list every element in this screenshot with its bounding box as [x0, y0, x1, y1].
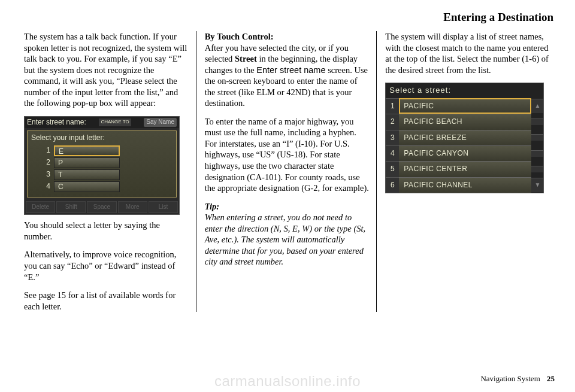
- street-idx: 2: [386, 114, 399, 129]
- touch-control-heading: By Touch Control:: [205, 32, 274, 41]
- popup-cell: C: [54, 181, 120, 192]
- col2-p1d: Enter street name: [256, 65, 325, 75]
- scroll-spacer: [531, 134, 543, 141]
- popup-cell: E: [54, 145, 120, 156]
- street-name: PACIFIC CANYON: [399, 145, 531, 161]
- street-idx: 6: [386, 177, 399, 193]
- say-name-button: Say Name: [144, 118, 177, 127]
- content-columns: The system has a talk back function. If …: [24, 31, 557, 312]
- col2-para2: To enter the name of a major highway, yo…: [205, 116, 370, 194]
- col1-para3: Alternatively, to improve voice recognit…: [24, 249, 189, 282]
- street-row-4: 4 PACIFIC CANYON: [386, 145, 543, 161]
- popup-row-2: 2 P: [42, 157, 172, 168]
- col1-para1: The system has a talk back function. If …: [24, 31, 189, 109]
- popup-row-1: 1 E: [42, 145, 172, 156]
- space-button: Space: [87, 201, 116, 214]
- list-button: List: [149, 201, 178, 214]
- popup-num: 1: [42, 146, 50, 155]
- nav-popup-header: Enter street name: CHANGE TO Say Name: [25, 117, 179, 128]
- scroll-spacer: [531, 166, 543, 172]
- footer-page: 25: [547, 374, 555, 383]
- delete-button: Delete: [26, 201, 55, 214]
- col2-p1b: Street: [235, 54, 257, 63]
- street-row-3: 3 PACIFIC BREEZE: [386, 130, 543, 145]
- page-title: Entering a Destination: [24, 11, 557, 24]
- popup-num: 3: [42, 170, 50, 179]
- street-idx: 1: [386, 98, 399, 114]
- tip-body: When entering a street, you do not need …: [205, 212, 365, 266]
- street-row-5: 5 PACIFIC CENTER: [386, 161, 543, 177]
- street-name: PACIFIC CHANNEL: [399, 177, 531, 193]
- tip-heading: Tip:: [205, 202, 219, 211]
- scroll-spacer: [531, 118, 543, 125]
- nav-popup-title: Enter street name:: [27, 118, 86, 127]
- col3-para1: The system will display a list of street…: [385, 31, 550, 75]
- street-idx: 4: [386, 145, 399, 161]
- col2-tip: Tip: When entering a street, you do not …: [205, 201, 370, 268]
- popup-num: 4: [42, 182, 50, 191]
- street-idx: 5: [386, 161, 399, 177]
- change-to-label: CHANGE TO: [99, 118, 131, 126]
- scroll-up-icon: ▲: [531, 99, 543, 113]
- street-idx: 3: [386, 130, 399, 145]
- street-name: PACIFIC: [399, 98, 531, 114]
- nav-popup-screenshot: Enter street name: CHANGE TO Say Name Se…: [24, 116, 180, 215]
- footer-label: Navigation System: [480, 374, 540, 383]
- col1-para2: You should select a letter by saying the…: [24, 220, 189, 242]
- column-3: The system will display a list of street…: [376, 31, 557, 312]
- manual-page: Entering a Destination The system has a …: [0, 0, 575, 392]
- popup-title: Select your input letter:: [31, 133, 172, 142]
- popup-row-3: 3 T: [42, 169, 172, 180]
- column-2: By Touch Control: After you have selecte…: [196, 31, 377, 312]
- column-1: The system has a talk back function. If …: [24, 31, 196, 312]
- street-row-2: 2 PACIFIC BEACH: [386, 114, 543, 129]
- street-name: PACIFIC BEACH: [399, 114, 531, 129]
- scroll-spacer: [531, 150, 543, 157]
- popup-cell: T: [54, 169, 120, 180]
- shift-button: Shift: [56, 201, 86, 214]
- col2-para1: By Touch Control: After you have selecte…: [205, 31, 370, 109]
- popup-row-4: 4 C: [42, 181, 172, 192]
- street-list-screenshot: Select a street: 1 PACIFIC ▲ 2 PACIFIC B…: [385, 83, 544, 193]
- street-row-6: 6 PACIFIC CHANNEL ▼: [386, 177, 543, 193]
- more-button: More: [118, 201, 147, 214]
- nav-popup-footer: Delete Shift Space More List: [25, 200, 179, 215]
- letter-popup: Select your input letter: 1 E 2 P 3 T 4: [27, 130, 177, 197]
- street-row-1: 1 PACIFIC ▲: [386, 98, 543, 114]
- street-name: PACIFIC CENTER: [399, 161, 531, 177]
- street-name: PACIFIC BREEZE: [399, 130, 531, 145]
- col1-para4: See page 15 for a list of available word…: [24, 290, 189, 312]
- scroll-down-icon: ▼: [531, 178, 543, 192]
- popup-num: 2: [42, 158, 50, 167]
- page-footer: Navigation System 25: [480, 374, 555, 384]
- street-list-title: Select a street:: [386, 83, 543, 98]
- popup-cell: P: [54, 157, 120, 168]
